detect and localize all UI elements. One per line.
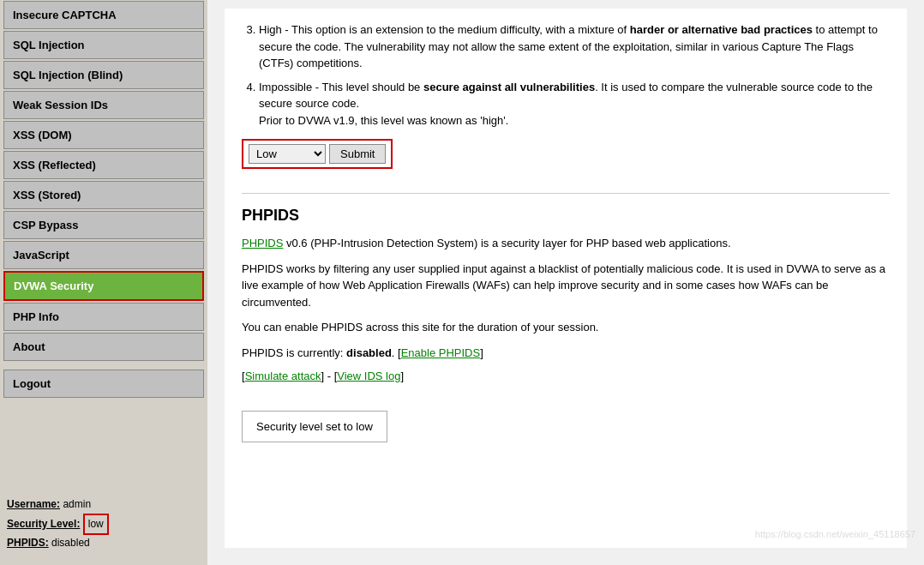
- sidebar-item-xss-dom[interactable]: XSS (DOM): [3, 121, 204, 149]
- main-content: High - This option is an extension to th…: [207, 0, 924, 565]
- security-select[interactable]: Low Medium High Impossible: [249, 144, 326, 164]
- sidebar-item-javascript[interactable]: JavaScript: [3, 241, 204, 269]
- phpids-intro-text: v0.6 (PHP-Intrusion Detection System) is…: [283, 237, 730, 249]
- sidebar-item-xss-reflected[interactable]: XSS (Reflected): [3, 151, 204, 179]
- sidebar-item-weak-session-ids[interactable]: Weak Session IDs: [3, 91, 204, 119]
- phpids-status-before: PHPIDS is currently:: [242, 346, 346, 359]
- phpids-body1: PHPIDS works by filtering any user suppl…: [242, 261, 890, 311]
- phpids-status-bold: disabled: [346, 346, 392, 359]
- sidebar-item-about[interactable]: About: [3, 333, 204, 361]
- links-separator: ] - [: [321, 370, 338, 382]
- bracket-close-view: ]: [400, 370, 404, 382]
- phpids-status-bracket: . [: [392, 346, 401, 359]
- simulate-attack-link[interactable]: Simulate attack: [245, 370, 321, 382]
- high-text-before: High - This option is an extension to th…: [259, 23, 630, 36]
- phpids-status-line: PHPIDS is currently: disabled. [Enable P…: [242, 345, 890, 362]
- list-item-high: High - This option is an extension to th…: [259, 21, 890, 72]
- phpids-title: PHPIDS: [242, 207, 890, 225]
- sidebar: Insecure CAPTCHA SQL Injection SQL Injec…: [0, 0, 207, 565]
- phpids-label: PHPIDS:: [7, 537, 49, 549]
- section-divider: [242, 193, 890, 194]
- sidebar-item-sql-injection[interactable]: SQL Injection: [3, 31, 204, 59]
- sidebar-user-info: Username: admin Security Level: low PHPI…: [0, 491, 207, 565]
- security-levels-list: High - This option is an extension to th…: [242, 21, 890, 129]
- phpids-status-close: ]: [480, 346, 483, 359]
- sidebar-item-csp-bypass[interactable]: CSP Bypass: [3, 211, 204, 239]
- sidebar-item-xss-stored[interactable]: XSS (Stored): [3, 181, 204, 209]
- high-bold-text: harder or alternative bad practices: [630, 23, 813, 36]
- security-level-value: low: [83, 514, 109, 535]
- phpids-links-line: [Simulate attack] - [View IDS log]: [242, 368, 890, 385]
- content-body: High - This option is an extension to th…: [225, 9, 907, 548]
- view-ids-log-link[interactable]: View IDS log: [337, 370, 400, 382]
- status-message-box: Security level set to low: [242, 411, 387, 442]
- sidebar-item-insecure-captcha[interactable]: Insecure CAPTCHA: [3, 1, 204, 29]
- sidebar-spacer: [0, 362, 207, 369]
- username-label: Username:: [7, 498, 60, 510]
- list-item-impossible: Impossible - This level should be secure…: [259, 79, 890, 129]
- phpids-link[interactable]: PHPIDS: [242, 237, 283, 249]
- sidebar-item-php-info[interactable]: PHP Info: [3, 303, 204, 331]
- sidebar-item-dvwa-security[interactable]: DVWA Security: [3, 271, 204, 301]
- username-value: admin: [63, 498, 91, 510]
- phpids-body2: You can enable PHPIDS across this site f…: [242, 319, 890, 336]
- phpids-intro: PHPIDS v0.6 (PHP-Intrusion Detection Sys…: [242, 235, 890, 252]
- watermark: https://blog.csdn.net/weixin_45118657: [755, 529, 915, 539]
- enable-phpids-link[interactable]: Enable PHPIDS: [401, 346, 481, 359]
- impossible-bold-text: secure against all vulnerabilities: [423, 81, 595, 93]
- impossible-extra-text: Prior to DVWA v1.9, this level was known…: [259, 114, 508, 127]
- security-form: Low Medium High Impossible Submit: [242, 139, 393, 169]
- submit-button[interactable]: Submit: [329, 144, 386, 164]
- security-level-label: Security Level:: [7, 518, 80, 530]
- sidebar-item-sql-injection-blind[interactable]: SQL Injection (Blind): [3, 61, 204, 89]
- sidebar-item-logout[interactable]: Logout: [3, 370, 204, 398]
- phpids-value: disabled: [51, 537, 90, 549]
- impossible-text-before: Impossible - This level should be: [259, 81, 423, 93]
